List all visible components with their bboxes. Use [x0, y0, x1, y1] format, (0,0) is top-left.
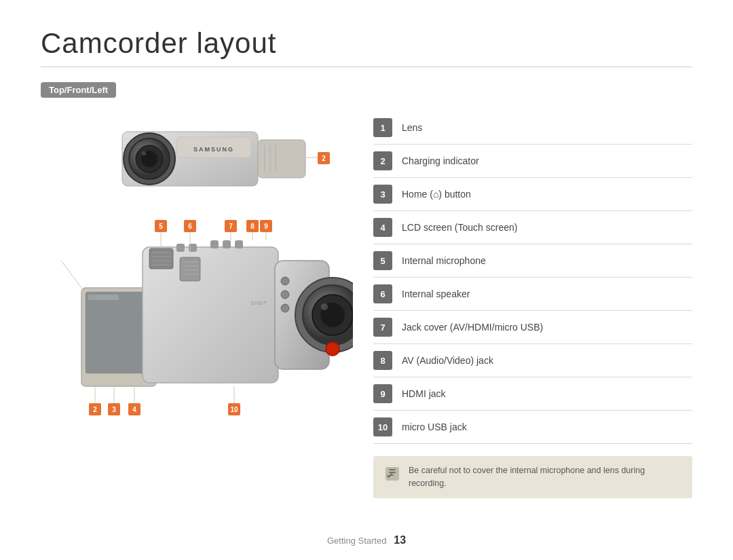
svg-point-27 [321, 303, 328, 310]
svg-text:7: 7 [229, 223, 233, 230]
part-label: Lens [402, 122, 422, 133]
svg-rect-3 [258, 140, 305, 178]
list-item: 8AV (Audio/Video) jack [373, 344, 692, 377]
page-footer: Getting Started 13 [0, 534, 733, 546]
part-label: AV (Audio/Video) jack [402, 355, 493, 366]
note-text: Be careful not to cover the internal mic… [409, 464, 683, 490]
part-number: 2 [373, 151, 392, 170]
part-label: LCD screen (Touch screen) [402, 222, 517, 233]
page: Camcorder layout Top/Front/Left [0, 0, 733, 560]
svg-text:SAMSUNG: SAMSUNG [193, 146, 234, 153]
title-divider [41, 67, 692, 67]
svg-rect-37 [149, 248, 173, 269]
section-tag: Top/Front/Left [41, 82, 116, 98]
part-label: Home (⌂) button [402, 189, 471, 200]
svg-rect-20 [88, 295, 119, 300]
svg-text:DIGIT: DIGIT [251, 301, 267, 305]
svg-text:8: 8 [250, 223, 255, 230]
svg-text:2: 2 [322, 155, 326, 162]
svg-text:10: 10 [230, 406, 238, 413]
part-number: 8 [373, 351, 392, 370]
svg-line-75 [61, 261, 81, 288]
list-item: 2Charging indicator [373, 145, 692, 178]
part-label: Internal speaker [402, 288, 470, 299]
camcorder-diagram: SAMSUNG 2 [41, 111, 353, 491]
footer-text: Getting Started [327, 536, 386, 546]
svg-point-28 [326, 342, 339, 356]
part-number: 6 [373, 284, 392, 303]
part-number: 4 [373, 218, 392, 237]
svg-rect-35 [223, 240, 231, 248]
svg-rect-32 [176, 244, 185, 252]
svg-text:3: 3 [112, 406, 116, 413]
svg-rect-36 [235, 240, 243, 248]
list-item: 4LCD screen (Touch screen) [373, 211, 692, 244]
svg-point-29 [281, 277, 289, 285]
parts-list: 1Lens2Charging indicator3Home (⌂) button… [373, 111, 692, 444]
part-number: 10 [373, 417, 392, 436]
svg-text:2: 2 [93, 406, 97, 413]
svg-text:5: 5 [159, 223, 163, 230]
content-area: SAMSUNG 2 [41, 111, 692, 498]
part-label: Internal microphone [402, 255, 486, 266]
part-number: 9 [373, 384, 392, 403]
list-item: 5Internal microphone [373, 244, 692, 278]
part-number: 1 [373, 118, 392, 137]
note-box: Be careful not to cover the internal mic… [373, 456, 692, 498]
svg-point-11 [142, 151, 146, 155]
part-number: 5 [373, 251, 392, 270]
list-item: 10micro USB jack [373, 411, 692, 444]
svg-text:9: 9 [264, 223, 268, 230]
part-label: micro USB jack [402, 422, 467, 432]
diagram-area: SAMSUNG 2 [41, 111, 353, 491]
part-label: Charging indicator [402, 155, 479, 166]
svg-text:6: 6 [188, 223, 192, 230]
part-label: HDMI jack [402, 388, 446, 399]
list-item: 3Home (⌂) button [373, 178, 692, 211]
svg-point-31 [281, 304, 289, 312]
note-icon [383, 464, 402, 483]
page-number: 13 [394, 534, 406, 546]
list-item: 7Jack cover (AV/HDMI/micro USB) [373, 311, 692, 344]
part-number: 3 [373, 185, 392, 204]
svg-rect-34 [210, 240, 219, 248]
list-item: 6Internal speaker [373, 278, 692, 311]
list-item: 1Lens [373, 111, 692, 145]
parts-list-area: 1Lens2Charging indicator3Home (⌂) button… [373, 111, 692, 498]
svg-rect-42 [180, 257, 200, 281]
svg-text:4: 4 [132, 406, 136, 413]
svg-point-30 [281, 291, 289, 299]
page-title: Camcorder layout [41, 27, 692, 60]
part-number: 7 [373, 318, 392, 337]
list-item: 9HDMI jack [373, 377, 692, 411]
part-label: Jack cover (AV/HDMI/micro USB) [402, 322, 543, 333]
